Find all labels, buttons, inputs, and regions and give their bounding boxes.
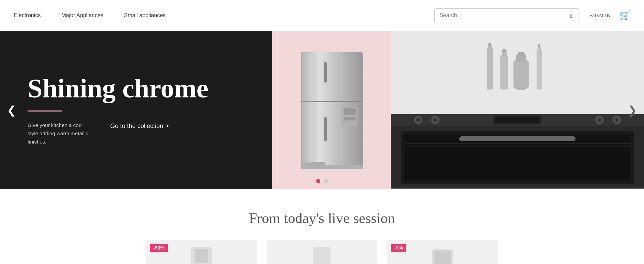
svg-rect-10: [302, 53, 313, 163]
hero-next-arrow[interactable]: ❯: [624, 100, 641, 120]
fridge-svg: [294, 48, 370, 172]
hero-cta-arrow: >: [165, 123, 169, 130]
product-card-3[interactable]: -9%: [387, 240, 498, 264]
product-img-svg-1: [188, 245, 215, 264]
svg-rect-7: [344, 117, 356, 120]
svg-point-36: [599, 119, 601, 121]
svg-rect-23: [538, 44, 540, 47]
svg-rect-3: [324, 62, 327, 83]
svg-rect-11: [487, 48, 493, 89]
svg-rect-13: [488, 43, 491, 46]
svg-rect-43: [405, 143, 631, 144]
svg-rect-9: [301, 165, 363, 169]
hero-divider: [28, 110, 62, 112]
svg-rect-6: [344, 108, 356, 115]
main-nav: Electronics Major Appliances Small appli…: [14, 12, 434, 19]
svg-rect-47: [195, 249, 208, 263]
nav-small-appliances[interactable]: Small appliances: [124, 12, 166, 19]
svg-rect-4: [324, 117, 327, 141]
products-row: -50% -9%: [14, 240, 630, 264]
hero-gray-panel: [391, 31, 644, 189]
svg-rect-42: [459, 136, 576, 141]
live-session-section: From today's live session -50% -9%: [0, 189, 644, 264]
svg-point-28: [417, 119, 419, 121]
svg-rect-20: [518, 52, 524, 56]
hero-description: Give your kitchen a cool style adding wa…: [28, 121, 90, 146]
svg-rect-16: [502, 49, 506, 52]
hero-title: Shining chrome: [28, 74, 245, 103]
cart-icon[interactable]: 🛒: [619, 10, 630, 21]
product-card-1[interactable]: -50%: [146, 240, 257, 264]
svg-point-31: [434, 119, 436, 121]
fridge-image: [294, 48, 370, 172]
hero-dots: [316, 179, 328, 183]
oven-area: [391, 31, 644, 189]
search-input[interactable]: [439, 12, 567, 19]
sign-in-button[interactable]: SIGN IN: [589, 12, 611, 18]
live-session-title: From today's live session: [14, 210, 630, 226]
product-badge-1: -50%: [150, 244, 168, 252]
nav-electronics[interactable]: Electronics: [14, 12, 41, 19]
hero-cta-label: Go to the collection: [110, 123, 163, 130]
svg-rect-41: [405, 135, 631, 181]
product-img-svg-2: [308, 245, 336, 264]
product-img-svg-3: [429, 245, 456, 264]
hero-section: Shining chrome Give your kitchen a cool …: [0, 31, 644, 189]
oven-svg: [391, 114, 644, 189]
svg-rect-18: [513, 60, 529, 88]
hero-dark-panel: Shining chrome Give your kitchen a cool …: [0, 31, 272, 189]
hero-prev-arrow[interactable]: ❮: [3, 100, 20, 120]
svg-rect-22: [538, 46, 541, 51]
svg-rect-50: [434, 251, 451, 264]
bottles-decoration: [480, 41, 555, 96]
hero-dot-2[interactable]: [324, 179, 328, 183]
search-area: ⌕: [434, 8, 579, 22]
svg-rect-45: [391, 188, 644, 189]
svg-rect-44: [405, 146, 631, 147]
header: Electronics Major Appliances Small appli…: [0, 0, 644, 31]
svg-rect-21: [537, 50, 542, 89]
hero-cta-button[interactable]: Go to the collection >: [110, 121, 169, 130]
product-image-2: [267, 240, 377, 264]
search-box: ⌕: [434, 8, 579, 22]
bottles-svg: [480, 41, 555, 96]
svg-point-39: [616, 119, 618, 121]
svg-rect-33: [495, 116, 540, 123]
svg-rect-48: [313, 247, 331, 264]
hero-dot-1[interactable]: [316, 179, 320, 183]
nav-major-appliances[interactable]: Major Appliances: [61, 12, 103, 19]
search-button[interactable]: ⌕: [570, 11, 574, 19]
product-badge-3: -9%: [391, 244, 406, 252]
hero-sub: Give your kitchen a cool style adding wa…: [28, 121, 245, 146]
product-card-2[interactable]: [267, 240, 377, 264]
svg-rect-14: [500, 55, 508, 89]
hero-pink-panel: [272, 31, 391, 189]
